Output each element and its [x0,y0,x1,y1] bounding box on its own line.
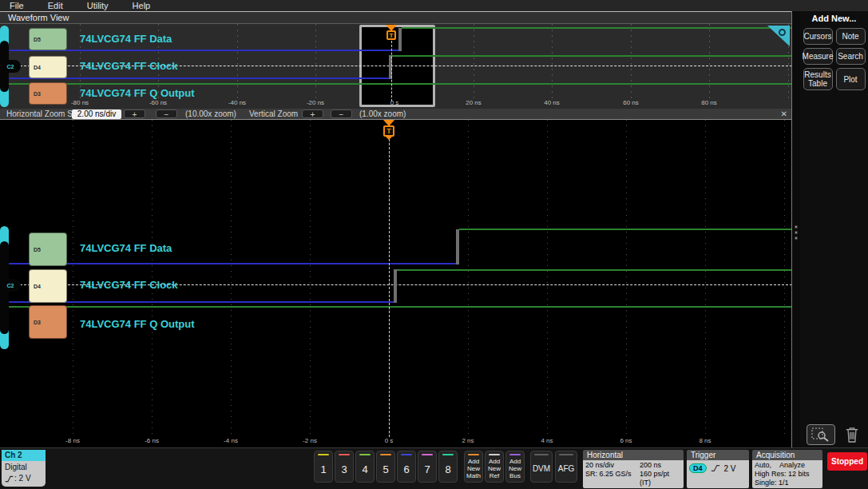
cursors-button[interactable]: Cursors [803,28,833,45]
trigger-marker-flag: T [386,30,396,40]
h-window: 200 ns [640,461,681,470]
results-table-button[interactable]: Results Table [803,68,833,90]
badge-d3-label: D3 [34,320,41,325]
note-button[interactable]: Note [836,28,866,45]
waveform-overview: T C2 D5 D4 D3 74LVCG74 FF Data 74LVCG74 … [0,24,791,109]
channel-4-button[interactable]: 4 [355,451,375,483]
channel-7-button[interactable]: 7 [418,451,437,483]
divider-grip-icon[interactable] [795,237,798,240]
ov-tick: -60 ns [149,99,167,106]
channel-2-name: Ch 2 [2,450,46,461]
h-record-length: RL: 1.25 kpts [585,487,640,488]
channel-group-badge[interactable]: C2 [0,279,21,292]
gridline [705,120,706,436]
menu-file[interactable]: File [10,0,24,11]
add-new-ref-button[interactable]: Add New Ref [485,451,504,483]
trigger-marker[interactable]: T [382,120,396,140]
acquisition-panel[interactable]: Acquisition Auto,Analyze High Res: 12 bi… [752,450,822,488]
trigger-marker-nub-icon [386,137,392,140]
channel-6-button[interactable]: 6 [397,451,416,483]
rising-edge-icon [711,464,720,472]
add-new-bus-button[interactable]: Add New Bus [505,451,525,483]
zoom-select-button[interactable] [807,424,835,445]
menu-help[interactable]: Help [133,0,151,11]
plot-button[interactable]: Plot [836,68,866,90]
trigger-marker[interactable]: T [384,25,398,40]
badge-d4[interactable]: D4 [29,269,67,303]
tab-waveform-view[interactable]: Waveform View [0,11,791,24]
clock-trace-high [392,55,791,57]
magnifier-icon-handle [775,34,779,39]
q-output-trace-high [0,306,791,308]
bottom-bar: Ch 2 Digital : 2 V 1 3 4 5 6 7 [0,447,868,489]
zoomed-waveform-view: T C2 D5 D4 D3 74LVCG74 FF Data 74LVCG74 … [0,120,791,447]
gridline [631,24,632,98]
add-new-title: Add New... [800,11,868,23]
menu-bar: File Edit Utility Help [0,0,868,11]
badge-d3[interactable]: D3 [29,82,67,105]
trigger-marker-flag: T [383,125,394,137]
menu-edit[interactable]: Edit [48,0,63,11]
gridline [152,120,153,436]
h-zoom-minus-button[interactable]: − [156,109,177,118]
afg-button[interactable]: AFG [555,451,577,483]
h-zoom-plus-button[interactable]: + [124,109,145,118]
channel-1-button[interactable]: 1 [314,451,333,483]
trigger-title: Trigger [687,450,749,460]
gridline [547,120,548,436]
zoom-scale-bar: Horizontal Zoom Scale 2.00 ns/div + − (1… [0,109,791,120]
ov-tick: -80 ns [71,99,89,106]
gridline [315,24,316,98]
trigger-position-line [391,41,392,101]
trigger-panel[interactable]: Trigger D4 2 V [687,450,749,488]
v-zoom-minus-button[interactable]: − [331,109,352,118]
badge-d4[interactable]: D4 [29,56,67,78]
channel-5-button[interactable]: 5 [376,451,395,483]
zoom-overview-corner-icon[interactable] [767,26,790,46]
channel-label-data: 74LVCG74 FF Data [80,242,172,254]
mv-tick: -6 ns [145,437,159,444]
dvm-button[interactable]: DVM [530,451,553,483]
divider-grip-icon[interactable] [795,231,798,234]
badge-d5[interactable]: D5 [29,233,67,266]
gridline [73,120,73,436]
badge-d4-label: D4 [34,284,41,289]
gridline [310,120,311,436]
zoom-close-button[interactable]: ✕ [781,109,787,119]
mv-tick: 6 ns [620,437,632,444]
mv-tick: -2 ns [303,437,317,444]
menu-utility[interactable]: Utility [87,0,109,11]
add-new-math-button[interactable]: Add New Math [464,451,483,483]
badge-d3-label: D3 [34,91,41,97]
channel-group-badge[interactable]: C2 [0,60,21,73]
h-position: 50% [648,487,663,488]
badge-d4-label: D4 [34,65,41,70]
divider-grip-icon[interactable] [795,225,798,229]
badge-d3[interactable]: D3 [29,305,67,339]
badge-d5[interactable]: D5 [29,28,67,50]
acq-single: Single: 1/1 [755,479,820,487]
v-zoom-plus-button[interactable]: + [302,109,323,118]
gridline [468,120,469,436]
ov-tick: 0 s [390,99,399,106]
trash-icon[interactable] [845,426,859,443]
channel-2-badge[interactable]: Ch 2 Digital : 2 V [2,450,46,487]
channel-3-button[interactable]: 3 [335,451,354,483]
channel-label-clock: 74LVCG74 FF Clock [80,60,178,72]
channel-label-q-output: 74LVCG74 FF Q Output [80,87,195,99]
h-zoom-scale-input[interactable]: 2.00 ns/div [72,109,121,119]
threshold-slope-icon [5,475,14,483]
search-button[interactable]: Search [836,48,866,65]
channel-8-button[interactable]: 8 [438,451,458,483]
v-zoom-label: Vertical Zoom [249,109,298,119]
mv-tick: 0 s [385,437,394,444]
horizontal-panel[interactable]: Horizontal 20 ns/div200 ns SR: 6.25 GS/s… [583,450,684,488]
acq-mode: Auto, [755,461,771,470]
ov-tick: 40 ns [544,99,560,106]
run-status-button[interactable]: Stopped [827,452,867,471]
data-trace-high [459,229,791,230]
clock-trace-high [397,269,791,271]
h-resolution: 160 ps/pt (IT) [640,470,681,487]
measure-button[interactable]: Measure [803,48,833,65]
badge-d5-label: D5 [34,37,41,42]
